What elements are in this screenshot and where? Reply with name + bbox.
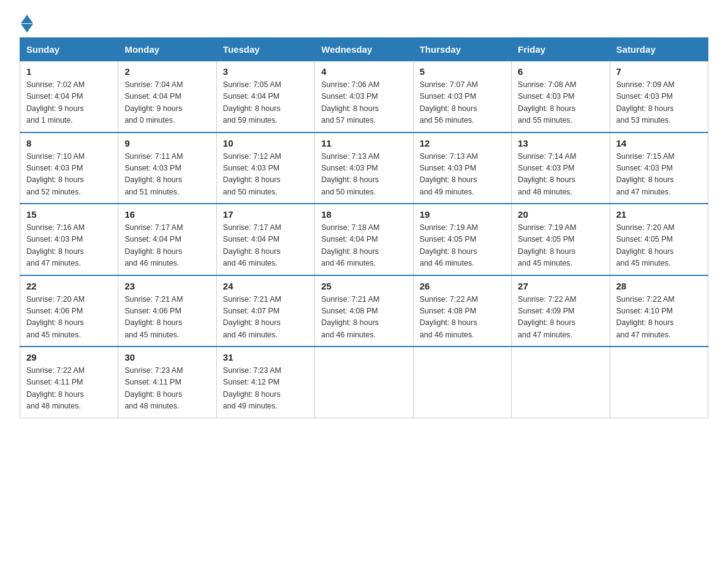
day-info: Sunrise: 7:21 AMSunset: 4:06 PMDaylight:… bbox=[124, 294, 210, 342]
day-info: Sunrise: 7:02 AMSunset: 4:04 PMDaylight:… bbox=[26, 79, 112, 127]
day-info: Sunrise: 7:15 AMSunset: 4:03 PMDaylight:… bbox=[616, 151, 702, 199]
day-number: 1 bbox=[26, 66, 112, 77]
calendar-cell: 30Sunrise: 7:23 AMSunset: 4:11 PMDayligh… bbox=[118, 347, 216, 418]
logo bbox=[20, 15, 33, 30]
calendar-cell: 16Sunrise: 7:17 AMSunset: 4:04 PMDayligh… bbox=[118, 204, 216, 275]
calendar-cell bbox=[610, 347, 708, 418]
day-number: 22 bbox=[26, 281, 112, 291]
calendar-cell: 4Sunrise: 7:06 AMSunset: 4:03 PMDaylight… bbox=[315, 61, 413, 132]
day-number: 21 bbox=[616, 209, 702, 220]
day-info: Sunrise: 7:08 AMSunset: 4:03 PMDaylight:… bbox=[518, 79, 603, 127]
logo-triangle-down bbox=[21, 24, 33, 33]
day-number: 2 bbox=[124, 66, 210, 77]
day-number: 5 bbox=[420, 66, 505, 77]
calendar-cell: 18Sunrise: 7:18 AMSunset: 4:04 PMDayligh… bbox=[315, 204, 413, 275]
day-number: 20 bbox=[518, 209, 603, 220]
day-info: Sunrise: 7:22 AMSunset: 4:09 PMDaylight:… bbox=[518, 294, 603, 342]
day-number: 31 bbox=[223, 352, 308, 362]
page-header bbox=[20, 15, 708, 30]
calendar-cell: 13Sunrise: 7:14 AMSunset: 4:03 PMDayligh… bbox=[512, 132, 610, 204]
calendar-cell: 29Sunrise: 7:22 AMSunset: 4:11 PMDayligh… bbox=[20, 347, 118, 418]
day-info: Sunrise: 7:10 AMSunset: 4:03 PMDaylight:… bbox=[26, 151, 112, 199]
day-info: Sunrise: 7:12 AMSunset: 4:03 PMDaylight:… bbox=[223, 151, 308, 199]
calendar-cell: 6Sunrise: 7:08 AMSunset: 4:03 PMDaylight… bbox=[512, 61, 610, 132]
calendar-cell: 17Sunrise: 7:17 AMSunset: 4:04 PMDayligh… bbox=[216, 204, 314, 275]
day-info: Sunrise: 7:19 AMSunset: 4:05 PMDaylight:… bbox=[518, 222, 603, 270]
calendar-cell: 2Sunrise: 7:04 AMSunset: 4:04 PMDaylight… bbox=[118, 61, 216, 132]
weekday-header-saturday: Saturday bbox=[610, 38, 708, 61]
day-info: Sunrise: 7:09 AMSunset: 4:03 PMDaylight:… bbox=[616, 79, 702, 127]
calendar-cell bbox=[413, 347, 511, 418]
calendar-cell: 27Sunrise: 7:22 AMSunset: 4:09 PMDayligh… bbox=[512, 275, 610, 347]
day-number: 4 bbox=[321, 66, 406, 77]
weekday-header-monday: Monday bbox=[118, 38, 216, 61]
calendar-cell: 22Sunrise: 7:20 AMSunset: 4:06 PMDayligh… bbox=[20, 275, 118, 347]
calendar-table: SundayMondayTuesdayWednesdayThursdayFrid… bbox=[20, 37, 708, 418]
calendar-cell: 21Sunrise: 7:20 AMSunset: 4:05 PMDayligh… bbox=[610, 204, 708, 275]
day-number: 6 bbox=[518, 66, 603, 77]
day-info: Sunrise: 7:21 AMSunset: 4:07 PMDaylight:… bbox=[223, 294, 308, 342]
day-number: 28 bbox=[616, 281, 702, 291]
day-info: Sunrise: 7:20 AMSunset: 4:05 PMDaylight:… bbox=[616, 222, 702, 270]
day-number: 11 bbox=[321, 138, 406, 148]
day-info: Sunrise: 7:11 AMSunset: 4:03 PMDaylight:… bbox=[124, 151, 210, 199]
week-row-1: 1Sunrise: 7:02 AMSunset: 4:04 PMDaylight… bbox=[20, 61, 708, 132]
day-number: 16 bbox=[124, 209, 210, 220]
calendar-cell: 31Sunrise: 7:23 AMSunset: 4:12 PMDayligh… bbox=[216, 347, 314, 418]
logo-triangle-up bbox=[21, 15, 33, 23]
calendar-cell: 26Sunrise: 7:22 AMSunset: 4:08 PMDayligh… bbox=[413, 275, 511, 347]
day-info: Sunrise: 7:14 AMSunset: 4:03 PMDaylight:… bbox=[518, 151, 603, 199]
day-number: 30 bbox=[124, 352, 210, 362]
week-row-4: 22Sunrise: 7:20 AMSunset: 4:06 PMDayligh… bbox=[20, 275, 708, 347]
day-number: 9 bbox=[124, 138, 210, 148]
day-info: Sunrise: 7:22 AMSunset: 4:08 PMDaylight:… bbox=[420, 294, 505, 342]
weekday-header-friday: Friday bbox=[512, 38, 610, 61]
day-number: 3 bbox=[223, 66, 308, 77]
calendar-cell: 28Sunrise: 7:22 AMSunset: 4:10 PMDayligh… bbox=[610, 275, 708, 347]
calendar-cell: 9Sunrise: 7:11 AMSunset: 4:03 PMDaylight… bbox=[118, 132, 216, 204]
day-number: 8 bbox=[26, 138, 112, 148]
day-number: 18 bbox=[321, 209, 406, 220]
day-info: Sunrise: 7:20 AMSunset: 4:06 PMDaylight:… bbox=[26, 294, 112, 342]
day-number: 14 bbox=[616, 138, 702, 148]
day-info: Sunrise: 7:19 AMSunset: 4:05 PMDaylight:… bbox=[420, 222, 505, 270]
day-info: Sunrise: 7:17 AMSunset: 4:04 PMDaylight:… bbox=[223, 222, 308, 270]
day-info: Sunrise: 7:23 AMSunset: 4:12 PMDaylight:… bbox=[223, 365, 308, 413]
calendar-cell bbox=[315, 347, 413, 418]
weekday-header-tuesday: Tuesday bbox=[216, 38, 314, 61]
weekday-header-wednesday: Wednesday bbox=[315, 38, 413, 61]
day-info: Sunrise: 7:13 AMSunset: 4:03 PMDaylight:… bbox=[321, 151, 406, 199]
day-info: Sunrise: 7:16 AMSunset: 4:03 PMDaylight:… bbox=[26, 222, 112, 270]
day-number: 26 bbox=[420, 281, 505, 291]
calendar-cell: 25Sunrise: 7:21 AMSunset: 4:08 PMDayligh… bbox=[315, 275, 413, 347]
calendar-cell: 14Sunrise: 7:15 AMSunset: 4:03 PMDayligh… bbox=[610, 132, 708, 204]
calendar-cell: 15Sunrise: 7:16 AMSunset: 4:03 PMDayligh… bbox=[20, 204, 118, 275]
calendar-cell: 1Sunrise: 7:02 AMSunset: 4:04 PMDaylight… bbox=[20, 61, 118, 132]
day-info: Sunrise: 7:04 AMSunset: 4:04 PMDaylight:… bbox=[124, 79, 210, 127]
calendar-cell: 19Sunrise: 7:19 AMSunset: 4:05 PMDayligh… bbox=[413, 204, 511, 275]
calendar-cell: 23Sunrise: 7:21 AMSunset: 4:06 PMDayligh… bbox=[118, 275, 216, 347]
day-number: 19 bbox=[420, 209, 505, 220]
day-number: 12 bbox=[420, 138, 505, 148]
week-row-3: 15Sunrise: 7:16 AMSunset: 4:03 PMDayligh… bbox=[20, 204, 708, 275]
day-info: Sunrise: 7:22 AMSunset: 4:10 PMDaylight:… bbox=[616, 294, 702, 342]
day-number: 24 bbox=[223, 281, 308, 291]
calendar-cell: 11Sunrise: 7:13 AMSunset: 4:03 PMDayligh… bbox=[315, 132, 413, 204]
calendar-cell: 3Sunrise: 7:05 AMSunset: 4:04 PMDaylight… bbox=[216, 61, 314, 132]
day-number: 29 bbox=[26, 352, 112, 362]
day-info: Sunrise: 7:23 AMSunset: 4:11 PMDaylight:… bbox=[124, 365, 210, 413]
calendar-cell: 5Sunrise: 7:07 AMSunset: 4:03 PMDaylight… bbox=[413, 61, 511, 132]
day-info: Sunrise: 7:18 AMSunset: 4:04 PMDaylight:… bbox=[321, 222, 406, 270]
calendar-cell: 12Sunrise: 7:13 AMSunset: 4:03 PMDayligh… bbox=[413, 132, 511, 204]
weekday-header-thursday: Thursday bbox=[413, 38, 511, 61]
day-info: Sunrise: 7:17 AMSunset: 4:04 PMDaylight:… bbox=[124, 222, 210, 270]
calendar-cell bbox=[512, 347, 610, 418]
day-info: Sunrise: 7:13 AMSunset: 4:03 PMDaylight:… bbox=[420, 151, 505, 199]
day-number: 7 bbox=[616, 66, 702, 77]
day-info: Sunrise: 7:05 AMSunset: 4:04 PMDaylight:… bbox=[223, 79, 308, 127]
calendar-cell: 8Sunrise: 7:10 AMSunset: 4:03 PMDaylight… bbox=[20, 132, 118, 204]
calendar-cell: 24Sunrise: 7:21 AMSunset: 4:07 PMDayligh… bbox=[216, 275, 314, 347]
day-number: 23 bbox=[124, 281, 210, 291]
calendar-cell: 7Sunrise: 7:09 AMSunset: 4:03 PMDaylight… bbox=[610, 61, 708, 132]
day-number: 15 bbox=[26, 209, 112, 220]
